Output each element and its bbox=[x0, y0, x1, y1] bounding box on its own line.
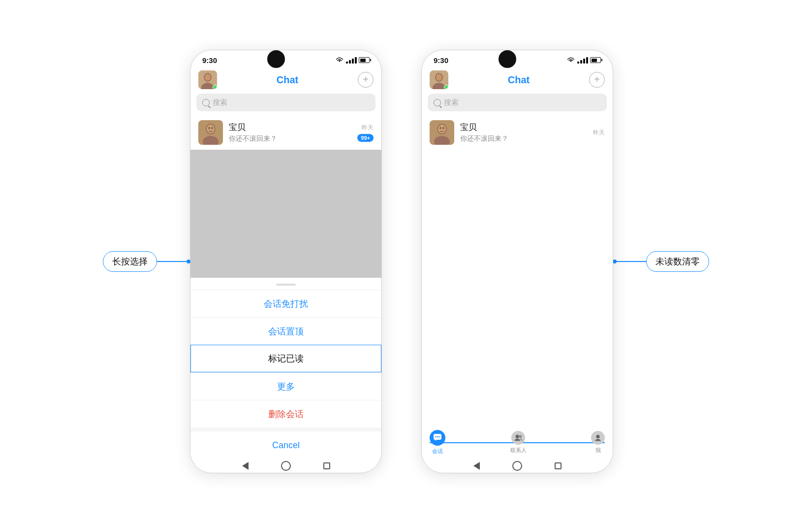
chat-meta-2: 昨天 bbox=[593, 129, 605, 137]
chat-info-2: 宝贝 你还不滚回来？ bbox=[460, 122, 587, 143]
battery-icon-2 bbox=[590, 57, 601, 63]
nav-label-contacts: 联系人 bbox=[510, 447, 527, 454]
empty-space-2 bbox=[422, 150, 613, 426]
wifi-icon-2 bbox=[566, 57, 575, 64]
unread-badge-1: 99+ bbox=[357, 134, 374, 142]
bottom-sheet: 会话免打扰 会话置顶 标记已读 更多 删除会话 Cancel bbox=[190, 278, 381, 459]
online-dot-1 bbox=[213, 85, 217, 89]
battery-icon-1 bbox=[359, 57, 370, 63]
chat-preview-2: 你还不滚回来？ bbox=[460, 134, 587, 143]
long-press-label: 长按选择 bbox=[103, 251, 157, 272]
svg-point-24 bbox=[516, 435, 519, 438]
header-title-2: Chat bbox=[508, 74, 530, 86]
recents-button-2[interactable] bbox=[553, 460, 563, 471]
sheet-separator bbox=[190, 427, 381, 431]
nav-label-me: 我 bbox=[595, 447, 601, 454]
search-icon-2 bbox=[434, 99, 441, 106]
home-button-1[interactable] bbox=[281, 460, 291, 471]
home-button-2[interactable] bbox=[512, 460, 523, 471]
svg-point-6 bbox=[207, 125, 215, 133]
status-icons-1 bbox=[335, 57, 370, 64]
back-button-2[interactable] bbox=[471, 460, 482, 471]
online-dot-2 bbox=[444, 85, 448, 89]
svg-point-12 bbox=[436, 74, 442, 81]
svg-point-26 bbox=[596, 435, 599, 438]
status-time-1: 9:30 bbox=[202, 56, 217, 65]
nav-item-chat[interactable]: 会话 bbox=[430, 430, 445, 455]
chat-name-2: 宝贝 bbox=[460, 122, 587, 133]
wifi-icon-1 bbox=[335, 57, 344, 64]
signal-icon-2 bbox=[577, 57, 588, 64]
chat-avatar-1 bbox=[198, 120, 223, 145]
header-2: Chat + bbox=[422, 68, 613, 94]
camera-notch-2 bbox=[499, 50, 516, 68]
chat-preview-1: 你还不滚回来？ bbox=[229, 134, 351, 143]
scene: 长按选择 9:30 bbox=[0, 0, 812, 523]
phone-1: 9:30 bbox=[190, 50, 382, 473]
search-icon-1 bbox=[202, 99, 210, 106]
search-placeholder-2: 搜索 bbox=[444, 98, 459, 107]
status-icons-2 bbox=[566, 57, 601, 64]
svg-point-16 bbox=[438, 125, 446, 133]
signal-icon-1 bbox=[346, 57, 357, 64]
header-1: Chat + bbox=[190, 68, 381, 94]
add-button-2[interactable]: + bbox=[589, 72, 605, 88]
sheet-item-pin[interactable]: 会话置顶 bbox=[190, 317, 381, 345]
sheet-handle bbox=[276, 284, 296, 286]
nav-item-contacts[interactable]: 联系人 bbox=[510, 431, 527, 454]
search-bar-1[interactable]: 搜索 bbox=[196, 94, 375, 111]
status-time-2: 9:30 bbox=[434, 56, 448, 65]
sheet-item-delete[interactable]: 删除会话 bbox=[190, 400, 381, 427]
status-bar-2: 9:30 bbox=[422, 50, 613, 68]
sheet-item-mark-read[interactable]: 标记已读 bbox=[190, 345, 381, 372]
me-nav-icon bbox=[591, 431, 605, 445]
nav-label-chat: 会话 bbox=[432, 448, 443, 455]
contacts-nav-icon bbox=[511, 431, 525, 445]
status-bar-1: 9:30 bbox=[190, 50, 381, 68]
search-placeholder-1: 搜索 bbox=[213, 98, 227, 107]
svg-point-9 bbox=[211, 127, 213, 130]
chat-info-1: 宝贝 你还不滚回来？ bbox=[229, 122, 351, 143]
svg-point-21 bbox=[435, 436, 436, 437]
recents-button-1[interactable] bbox=[321, 460, 332, 471]
annotation-line-left bbox=[157, 261, 187, 262]
header-title-1: Chat bbox=[277, 74, 298, 86]
svg-point-2 bbox=[205, 74, 211, 81]
svg-point-8 bbox=[208, 127, 210, 130]
chat-nav-icon bbox=[430, 430, 445, 446]
home-bar-2 bbox=[422, 459, 613, 473]
chat-time-1: 昨天 bbox=[362, 124, 374, 132]
search-bar-2[interactable]: 搜索 bbox=[428, 94, 607, 111]
annotation-dot-left bbox=[187, 260, 190, 263]
unread-clear-label: 未读数清零 bbox=[646, 251, 709, 272]
back-button-1[interactable] bbox=[240, 460, 251, 471]
add-button-1[interactable]: + bbox=[358, 72, 374, 88]
svg-point-19 bbox=[442, 127, 444, 130]
chat-item-1[interactable]: 宝贝 你还不滚回来？ 昨天 99+ bbox=[190, 115, 381, 150]
annotation-line-right bbox=[617, 261, 646, 262]
svg-point-18 bbox=[439, 127, 441, 130]
home-bar-1 bbox=[190, 459, 381, 473]
camera-notch-1 bbox=[267, 50, 285, 68]
chat-item-2[interactable]: 宝贝 你还不滚回来？ 昨天 bbox=[422, 115, 613, 150]
phone-2: 9:30 bbox=[421, 50, 613, 473]
annotation-dot-right bbox=[613, 260, 617, 263]
avatar-2 bbox=[430, 70, 448, 89]
sheet-item-more[interactable]: 更多 bbox=[190, 372, 381, 400]
sheet-item-mute[interactable]: 会话免打扰 bbox=[190, 290, 381, 317]
overlay-1 bbox=[190, 150, 381, 278]
nav-timeline: 会话 联系人 bbox=[430, 430, 605, 455]
svg-point-25 bbox=[519, 435, 522, 438]
avatar-1 bbox=[198, 70, 217, 89]
svg-point-23 bbox=[438, 436, 439, 437]
chat-time-2: 昨天 bbox=[593, 129, 605, 137]
chat-name-1: 宝贝 bbox=[229, 122, 351, 133]
nav-item-me[interactable]: 我 bbox=[591, 431, 605, 454]
nav-timeline-container: 会话 联系人 bbox=[422, 426, 613, 459]
svg-point-22 bbox=[437, 436, 438, 437]
sheet-cancel[interactable]: Cancel bbox=[190, 431, 381, 459]
chat-avatar-2 bbox=[430, 120, 454, 145]
chat-meta-1: 昨天 99+ bbox=[357, 124, 374, 142]
